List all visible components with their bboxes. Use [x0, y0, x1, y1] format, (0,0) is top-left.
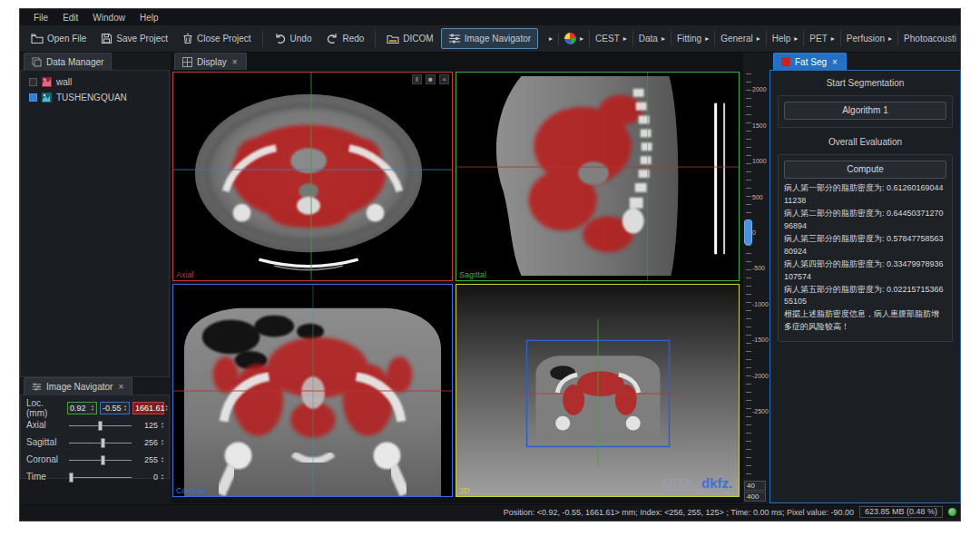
threed-viewport[interactable]: MITK dkfz. 3D	[456, 284, 740, 497]
fat-seg-icon	[781, 57, 790, 66]
layout-view-icon[interactable]: ■	[426, 74, 436, 84]
location-label: Loc. (mm)	[26, 398, 64, 418]
spinner-arrows-icon[interactable]: ▲▼	[165, 404, 169, 412]
plugin-menu-cest[interactable]: CEST▸	[590, 31, 633, 46]
lw-tick-label: -2000	[752, 372, 769, 378]
tab-label: Display	[197, 57, 227, 67]
spinner-arrows-icon[interactable]: ▲▼	[91, 404, 94, 412]
plugin-menu-perfusion[interactable]: Perfusion▸	[841, 31, 898, 46]
redo-button[interactable]: Redo	[318, 28, 371, 49]
close-icon[interactable]: ×	[117, 382, 124, 392]
undo-button[interactable]: Undo	[267, 28, 319, 49]
level-window-handle[interactable]	[744, 219, 752, 245]
tab-display[interactable]: Display ×	[174, 53, 247, 70]
menu-help[interactable]: Help	[133, 11, 165, 24]
save-project-button[interactable]: Save Project	[93, 28, 175, 49]
coronal-slider-row: Coronal 255 ▲▼	[26, 451, 164, 468]
coronal-slider-value: 255	[136, 455, 158, 464]
lw-tick-label: 1000	[752, 158, 767, 164]
pin-view-icon[interactable]: ‖	[412, 74, 422, 84]
level-window-slider[interactable]: 2000 1500 1000 500 0 -500 -1000 -1500 -2…	[743, 73, 769, 475]
color-menu-button[interactable]: ▸	[559, 30, 590, 47]
time-slider-row: Time 0 ▲▼	[26, 468, 164, 485]
data-manager-panel: Data Manager wall TUSHENGQUAN	[20, 53, 171, 377]
chevron-right-icon: ▸	[549, 35, 553, 43]
redo-label: Redo	[342, 34, 364, 44]
slider-handle[interactable]	[101, 455, 105, 465]
image-navigator-label: Image Navigator	[465, 34, 531, 44]
sagittal-slider[interactable]	[67, 436, 133, 449]
lw-tick-label: -2500	[752, 408, 769, 414]
threed-scene-image: MITK dkfz.	[456, 285, 739, 496]
plugin-menu-data[interactable]: Data▸	[633, 31, 671, 46]
coronal-slider[interactable]	[67, 453, 133, 466]
slider-track	[69, 477, 132, 478]
tree-item-wall[interactable]: wall	[21, 74, 169, 90]
slider-handle[interactable]	[98, 421, 103, 431]
tab-fat-seg[interactable]: Fat Seg ×	[773, 53, 847, 70]
plugin-menu-label: Fitting	[677, 34, 701, 44]
overall-evaluation-title: Overall Evaluation	[778, 137, 953, 147]
plugin-menu-label: Data	[639, 34, 658, 44]
slider-handle[interactable]	[101, 438, 105, 448]
plugin-menu-label: General	[720, 34, 753, 44]
spinner-arrows-icon[interactable]: ▲▼	[161, 422, 164, 429]
loc-x-spinbox[interactable]: 0.92▲▼	[67, 402, 97, 414]
tab-image-navigator[interactable]: Image Navigator ×	[24, 377, 132, 395]
level-value-box[interactable]: 40	[744, 481, 766, 491]
lw-tick-label: 2000	[752, 85, 767, 92]
tab-data-manager[interactable]: Data Manager	[24, 53, 112, 70]
plugin-overflow-button[interactable]: ▸	[544, 33, 559, 45]
result-conclusion: 根据上述脂肪密度信息，病人患腹部脂肪增多症的风险较高！	[784, 308, 946, 334]
axial-slider[interactable]	[67, 419, 133, 432]
lw-tick-label: 1500	[752, 122, 767, 128]
visibility-checkbox[interactable]	[29, 78, 37, 86]
data-manager-tree: wall TUSHENGQUAN	[20, 70, 170, 377]
axial-slider-value: 125	[136, 421, 158, 430]
time-slider[interactable]	[67, 471, 133, 483]
plugin-menu-pet[interactable]: PET▸	[804, 31, 840, 46]
coronal-viewport[interactable]: Coronal	[172, 284, 453, 497]
open-file-label: Open File	[47, 34, 86, 44]
slider-handle[interactable]	[69, 473, 74, 482]
redo-icon	[326, 33, 338, 44]
menu-edit[interactable]: Edit	[56, 11, 84, 24]
menu-file[interactable]: File	[27, 11, 54, 24]
plugin-menu-general[interactable]: General▸	[715, 31, 767, 46]
plugin-menu-fitting[interactable]: Fitting▸	[671, 31, 715, 46]
close-icon[interactable]: ×	[231, 57, 239, 67]
memory-usage-indicator: 623.85 MB (0.48 %)	[859, 506, 943, 518]
spinner-arrows-icon[interactable]: ▲▼	[161, 473, 164, 481]
spinner-arrows-icon[interactable]: ▲▼	[161, 456, 164, 463]
memory-status-icon	[948, 508, 956, 516]
spinner-arrows-icon[interactable]: ▲▼	[123, 404, 127, 412]
plugin-menu-photoacoustics[interactable]: Photoacoustics▸	[898, 31, 956, 46]
axial-slider-row: Axial 125 ▲▼	[26, 416, 164, 434]
image-navigator-body: Loc. (mm) 0.92▲▼ -0.55▲▼ 1661.61▲▼ Axial…	[20, 395, 170, 479]
sagittal-viewport[interactable]: Sagittal	[456, 72, 740, 281]
sagittal-slider-value: 256	[136, 438, 158, 447]
close-project-button[interactable]: Close Project	[175, 28, 258, 49]
loc-z-spinbox[interactable]: 1661.61▲▼	[132, 402, 164, 414]
tree-item-tushengquan[interactable]: TUSHENGQUAN	[21, 90, 169, 105]
spinner-arrows-icon[interactable]: ▲▼	[161, 439, 164, 446]
image-navigator-button[interactable]: Image Navigator	[441, 28, 538, 49]
visibility-checkbox[interactable]	[29, 93, 37, 102]
viewport-controls: ‖ ■ ×	[412, 74, 449, 84]
dicom-button[interactable]: DICOM	[379, 28, 440, 49]
lw-tick-label: -1000	[752, 300, 769, 307]
algorithm-1-button[interactable]: Algorithm 1	[784, 102, 946, 120]
axial-viewport[interactable]: ‖ ■ × Axial	[172, 72, 453, 281]
open-file-button[interactable]: Open File	[24, 28, 93, 49]
lw-tick-label: 0	[752, 229, 756, 235]
window-value-box[interactable]: 400	[744, 492, 766, 502]
menu-window[interactable]: Window	[86, 11, 132, 24]
fullscreen-view-icon[interactable]: ×	[439, 74, 449, 84]
dicom-label: DICOM	[403, 34, 433, 44]
compute-button[interactable]: Compute	[784, 161, 946, 179]
close-icon[interactable]: ×	[831, 57, 838, 67]
loc-y-spinbox[interactable]: -0.55▲▼	[100, 402, 130, 414]
plugin-menu-bar: ▸ ▸ CEST▸ Data▸ Fitting▸ General▸ Help▸ …	[544, 30, 956, 47]
tab-label: Fat Seg	[795, 57, 827, 67]
plugin-menu-help[interactable]: Help▸	[767, 31, 805, 46]
